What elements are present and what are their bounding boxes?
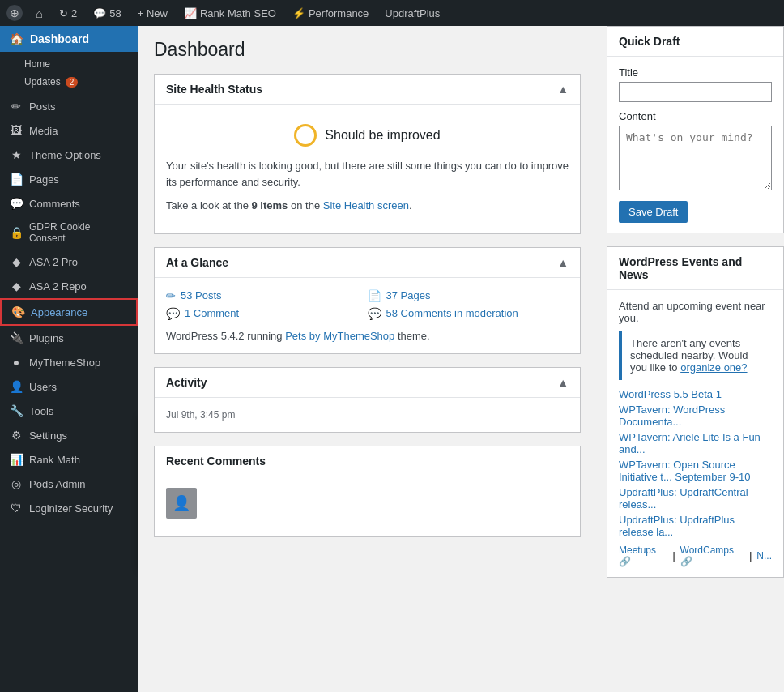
right-panel: Quick Draft Title Content Save Draft Wor… bbox=[594, 26, 784, 692]
glance-comments: 💬 1 Comment bbox=[166, 307, 368, 320]
glance-moderation: 💬 58 Comments in moderation bbox=[368, 307, 569, 320]
comments-link[interactable]: 1 Comment bbox=[185, 307, 239, 319]
news-link[interactable]: N... bbox=[756, 550, 772, 562]
sidebar-item-home[interactable]: Home bbox=[0, 55, 138, 73]
sidebar-item-theme-options[interactable]: ★ Theme Options bbox=[0, 143, 138, 167]
performance-button[interactable]: ⚡ Performance bbox=[289, 7, 372, 19]
event-link-2[interactable]: WPTavern: Ariele Lite Is a Fun and... bbox=[619, 431, 772, 455]
updates-badge: 2 bbox=[66, 77, 79, 88]
pages-icon: 📄 bbox=[10, 173, 23, 186]
avatar-icon: 👤 bbox=[173, 494, 190, 512]
site-health-collapse[interactable]: ▲ bbox=[557, 83, 569, 96]
home-icon[interactable]: ⌂ bbox=[32, 6, 46, 20]
sidebar-item-gdpr[interactable]: 🔒 GDPR Cookie Consent bbox=[0, 216, 138, 250]
event-link-3[interactable]: WPTavern: Open Source Initiative t... Se… bbox=[619, 459, 772, 483]
activity-header: Activity ▲ bbox=[155, 368, 580, 398]
sidebar-item-asa2repo[interactable]: ◆ ASA 2 Repo bbox=[0, 274, 138, 298]
sidebar-item-updates[interactable]: Updates 2 bbox=[0, 73, 138, 91]
dashboard-icon: 🏠 bbox=[10, 32, 23, 45]
health-status-row: Should be improved bbox=[166, 116, 569, 158]
sidebar-item-posts[interactable]: ✏ Posts bbox=[0, 94, 138, 118]
posts-glance-icon: ✏ bbox=[166, 289, 176, 302]
site-health-widget: Site Health Status ▲ Should be improved … bbox=[154, 74, 581, 234]
sidebar-item-settings[interactable]: ⚙ Settings bbox=[0, 423, 138, 447]
events-header: WordPress Events and News bbox=[607, 247, 783, 290]
health-circle-icon bbox=[294, 124, 317, 147]
sidebar-item-tools[interactable]: 🔧 Tools bbox=[0, 399, 138, 423]
activity-widget: Activity ▲ Jul 9th, 3:45 pm bbox=[154, 367, 581, 433]
rank-math-button[interactable]: 📈 Rank Math SEO bbox=[181, 7, 279, 19]
settings-icon: ⚙ bbox=[10, 429, 23, 442]
main-layout: 🏠 Dashboard Home Updates 2 ✏ Posts 🖼 Med… bbox=[0, 26, 784, 692]
tools-icon: 🔧 bbox=[10, 404, 23, 417]
at-a-glance-collapse[interactable]: ▲ bbox=[557, 256, 569, 269]
gdpr-icon: 🔒 bbox=[10, 226, 23, 239]
glance-posts: ✏ 53 Posts bbox=[166, 289, 368, 302]
site-health-link[interactable]: Site Health screen bbox=[323, 199, 409, 211]
posts-icon: ✏ bbox=[10, 100, 23, 113]
organize-link[interactable]: organize one? bbox=[680, 361, 747, 374]
quick-draft-body: Title Content Save Draft bbox=[607, 57, 783, 233]
at-a-glance-body: ✏ 53 Posts 📄 37 Pages 💬 1 Comment 💬 bbox=[155, 278, 580, 353]
sidebar-item-plugins[interactable]: 🔌 Plugins bbox=[0, 326, 138, 350]
media-icon: 🖼 bbox=[10, 124, 23, 137]
asa2repo-icon: ◆ bbox=[10, 280, 23, 293]
avatar: 👤 bbox=[166, 488, 197, 519]
updates-button[interactable]: ↻ 2 bbox=[56, 7, 80, 19]
wp-logo[interactable]: ⊕ bbox=[6, 5, 23, 21]
theme-link[interactable]: Pets by MyThemeShop bbox=[285, 330, 394, 342]
event-link-1[interactable]: WPTavern: WordPress Documenta... bbox=[619, 404, 772, 428]
comments-glance-icon: 💬 bbox=[166, 307, 180, 320]
sidebar: 🏠 Dashboard Home Updates 2 ✏ Posts 🖼 Med… bbox=[0, 26, 138, 692]
site-health-body: Should be improved Your site's health is… bbox=[155, 105, 580, 233]
sidebar-item-rank-math[interactable]: 📊 Rank Math bbox=[0, 447, 138, 472]
pages-link[interactable]: 37 Pages bbox=[386, 289, 431, 301]
comments-button[interactable]: 💬 58 bbox=[90, 7, 124, 19]
comments-icon: 💬 bbox=[10, 197, 23, 210]
new-button[interactable]: + New bbox=[134, 7, 171, 19]
glance-grid: ✏ 53 Posts 📄 37 Pages 💬 1 Comment 💬 bbox=[166, 289, 569, 320]
title-input[interactable] bbox=[619, 82, 772, 102]
comment-item: 👤 bbox=[166, 488, 569, 519]
pods-icon: ◎ bbox=[10, 477, 23, 490]
sidebar-item-asa2pro[interactable]: ◆ ASA 2 Pro bbox=[0, 250, 138, 274]
sidebar-item-mythemeshop[interactable]: ● MyThemeShop bbox=[0, 350, 138, 374]
title-label: Title bbox=[619, 66, 772, 79]
sidebar-item-users[interactable]: 👤 Users bbox=[0, 374, 138, 399]
no-events-notice: There aren't any events scheduled nearby… bbox=[619, 331, 772, 380]
sidebar-item-media[interactable]: 🖼 Media bbox=[0, 118, 138, 143]
users-icon: 👤 bbox=[10, 380, 23, 393]
sidebar-item-loginizer[interactable]: 🛡 Loginizer Security bbox=[0, 496, 138, 520]
glance-pages: 📄 37 Pages bbox=[368, 289, 569, 302]
events-footer: Meetups 🔗 | WordCamps 🔗 | N... bbox=[619, 545, 772, 567]
recent-comments-widget: Recent Comments 👤 bbox=[154, 446, 581, 537]
sidebar-item-pods-admin[interactable]: ◎ Pods Admin bbox=[0, 472, 138, 496]
moderation-link[interactable]: 58 Comments in moderation bbox=[386, 307, 518, 319]
topbar: ⊕ ⌂ ↻ 2 💬 58 + New 📈 Rank Math SEO ⚡ Per… bbox=[0, 0, 784, 26]
sidebar-item-appearance[interactable]: 🎨 Appearance bbox=[0, 298, 138, 326]
activity-collapse[interactable]: ▲ bbox=[557, 376, 569, 389]
event-link-0[interactable]: WordPress 5.5 Beta 1 bbox=[619, 388, 772, 400]
page-title: Dashboard bbox=[154, 39, 581, 61]
moderation-glance-icon: 💬 bbox=[368, 307, 381, 320]
updraft-button[interactable]: UpdraftPlus bbox=[381, 7, 443, 19]
quick-draft-header: Quick Draft bbox=[607, 27, 783, 57]
content-textarea[interactable] bbox=[619, 126, 772, 190]
pages-glance-icon: 📄 bbox=[368, 289, 381, 302]
wordcamps-link[interactable]: WordCamps 🔗 bbox=[680, 545, 745, 567]
event-link-4[interactable]: UpdraftPlus: UpdraftCentral releas... bbox=[619, 486, 772, 510]
quick-draft-widget: Quick Draft Title Content Save Draft bbox=[607, 26, 784, 233]
sidebar-item-comments[interactable]: 💬 Comments bbox=[0, 191, 138, 216]
rank-math-icon: 📊 bbox=[10, 453, 23, 466]
appearance-icon: 🎨 bbox=[11, 305, 24, 318]
events-body: Attend an upcoming event near you. There… bbox=[607, 290, 783, 577]
content-label: Content bbox=[619, 110, 772, 122]
sidebar-item-pages[interactable]: 📄 Pages bbox=[0, 167, 138, 191]
sidebar-item-dashboard[interactable]: 🏠 Dashboard bbox=[0, 26, 138, 52]
plugins-icon: 🔌 bbox=[10, 331, 23, 344]
asa2pro-icon: ◆ bbox=[10, 255, 23, 268]
save-draft-button[interactable]: Save Draft bbox=[619, 201, 688, 223]
event-link-5[interactable]: UpdraftPlus: UpdraftPlus release la... bbox=[619, 514, 772, 538]
meetups-link[interactable]: Meetups 🔗 bbox=[619, 545, 667, 567]
posts-link[interactable]: 53 Posts bbox=[181, 289, 222, 301]
